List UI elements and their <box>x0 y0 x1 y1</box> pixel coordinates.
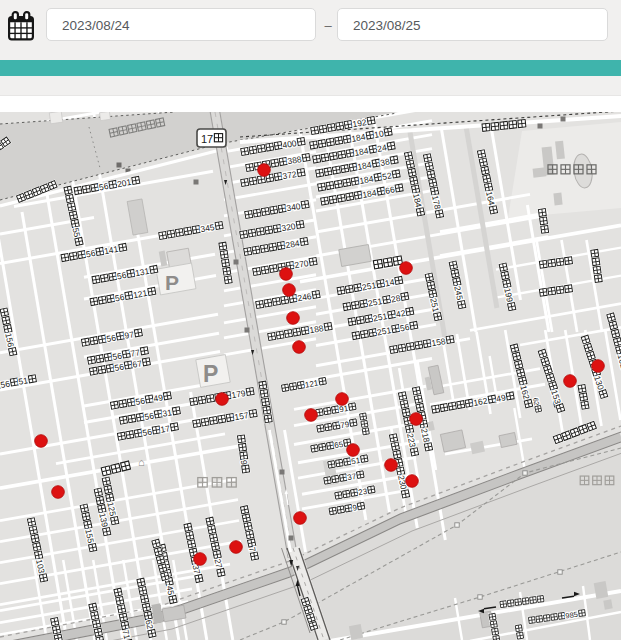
svg-text:10: 10 <box>373 128 384 140</box>
svg-text:66: 66 <box>384 184 395 196</box>
svg-text:49: 49 <box>495 392 506 404</box>
svg-text:56: 56 <box>85 248 96 260</box>
svg-text:17: 17 <box>160 423 171 435</box>
svg-text:49: 49 <box>153 392 164 404</box>
svg-text:77: 77 <box>130 347 141 359</box>
svg-text:17: 17 <box>201 133 213 145</box>
svg-text:56: 56 <box>114 361 125 373</box>
svg-text:985: 985 <box>565 610 579 621</box>
svg-text:56: 56 <box>112 350 123 362</box>
svg-text:97: 97 <box>124 329 135 341</box>
svg-text:71: 71 <box>121 629 133 640</box>
svg-text:56: 56 <box>135 395 146 407</box>
svg-text:42: 42 <box>395 308 406 320</box>
svg-text:52: 52 <box>381 170 392 182</box>
svg-text:51: 51 <box>18 375 29 387</box>
svg-text:56: 56 <box>106 332 117 344</box>
svg-text:P: P <box>165 271 179 294</box>
svg-text:56: 56 <box>114 292 125 304</box>
svg-text:56: 56 <box>116 270 127 282</box>
svg-text:56: 56 <box>399 322 410 334</box>
svg-text:56: 56 <box>144 410 155 422</box>
svg-text:14: 14 <box>384 277 395 289</box>
svg-text:31: 31 <box>162 407 173 419</box>
svg-text:24: 24 <box>376 142 387 154</box>
svg-text:67: 67 <box>132 358 143 370</box>
svg-text:28: 28 <box>390 293 401 305</box>
svg-text:38: 38 <box>379 156 390 168</box>
svg-text:⌂: ⌂ <box>138 456 145 468</box>
svg-text:56: 56 <box>98 181 109 193</box>
svg-text:P: P <box>203 361 218 387</box>
svg-text:56: 56 <box>142 426 153 438</box>
